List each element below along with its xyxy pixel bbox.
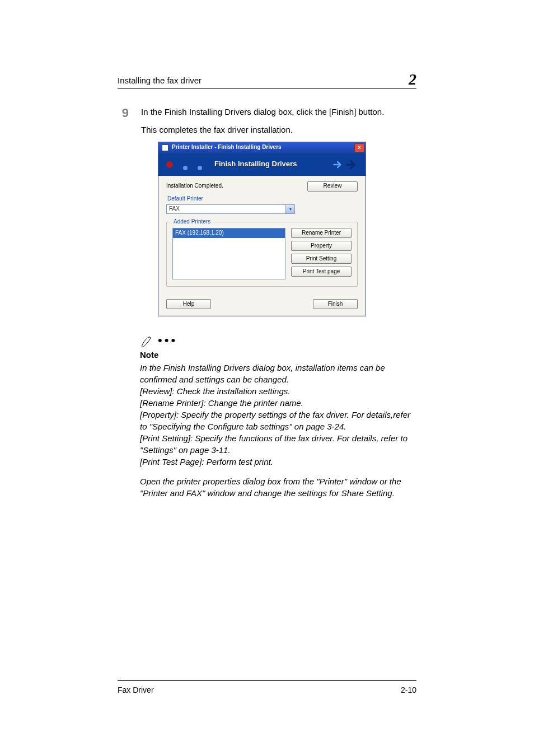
review-button[interactable]: Review: [307, 181, 358, 192]
note-icon-row: •••: [140, 334, 416, 349]
note-line: [Property]: Specify the property setting…: [140, 409, 416, 432]
step-text-1: In the Finish Installing Drivers dialog …: [141, 106, 416, 118]
dialog-title: Printer Installer - Finish Installing Dr…: [172, 143, 354, 152]
note-line: [Print Setting]: Specify the functions o…: [140, 432, 416, 456]
arrow-right-icon: [332, 159, 344, 170]
note-body: In the Finish Installing Drivers dialog …: [140, 362, 416, 499]
note-heading: Note: [140, 350, 416, 360]
dialog-titlebar: Printer Installer - Finish Installing Dr…: [158, 142, 366, 153]
note-line: Open the printer properties dialog box f…: [140, 475, 416, 499]
note-line: In the Finish Installing Drivers dialog …: [140, 362, 416, 385]
added-printers-list[interactable]: FAX (192.168.1.20): [172, 228, 285, 279]
banner-dot-1: [183, 166, 188, 170]
page-footer: Fax Driver 2-10: [118, 680, 416, 694]
step-9: 9 In the Finish Installing Drivers dialo…: [118, 106, 416, 324]
dialog-body: Installation Completed. Review Default P…: [158, 176, 366, 316]
default-printer-value: FAX: [167, 205, 285, 213]
note-line: [Rename Printer]: Change the printer nam…: [140, 397, 416, 409]
rename-printer-button[interactable]: Rename Printer: [291, 228, 352, 238]
chapter-number: 2: [409, 71, 416, 88]
install-status: Installation Completed.: [166, 182, 223, 190]
default-printer-select[interactable]: FAX ▾: [166, 204, 295, 214]
running-head-title: Installing the fax driver: [118, 76, 202, 85]
note-line: [Review]: Check the installation setting…: [140, 385, 416, 397]
step-text-2: This completes the fax driver installati…: [141, 124, 416, 136]
footer-right: 2-10: [401, 685, 416, 694]
banner-dot-2: [198, 166, 202, 170]
added-printers-label: Added Printers: [171, 218, 213, 226]
added-printers-group: Added Printers FAX (192.168.1.20) Rename…: [166, 222, 358, 287]
list-item[interactable]: FAX (192.168.1.20): [173, 228, 285, 238]
arrow-right-bold-icon: [345, 159, 358, 170]
finish-installing-drivers-dialog: Printer Installer - Finish Installing Dr…: [158, 142, 366, 317]
hand-writing-icon: [140, 334, 154, 349]
print-setting-button[interactable]: Print Setting: [291, 254, 352, 264]
default-printer-label: Default Printer: [167, 195, 358, 203]
running-head: Installing the fax driver 2: [118, 67, 416, 89]
banner-dot-red: [166, 161, 173, 168]
chevron-down-icon[interactable]: ▾: [285, 205, 294, 213]
finish-button[interactable]: Finish: [313, 299, 358, 309]
note-line: [Print Test Page]: Perform test print.: [140, 456, 416, 468]
property-button[interactable]: Property: [291, 241, 352, 251]
dialog-banner: Finish Installing Drivers: [158, 153, 366, 176]
banner-arrows: [332, 159, 358, 170]
ellipsis-icon: •••: [158, 333, 177, 348]
close-icon[interactable]: ×: [354, 143, 364, 152]
help-button[interactable]: Help: [166, 299, 211, 309]
app-icon: [162, 144, 168, 151]
footer-left: Fax Driver: [118, 685, 154, 694]
step-number: 9: [118, 106, 129, 120]
banner-title: Finish Installing Drivers: [214, 159, 297, 170]
print-test-page-button[interactable]: Print Test page: [291, 267, 352, 277]
